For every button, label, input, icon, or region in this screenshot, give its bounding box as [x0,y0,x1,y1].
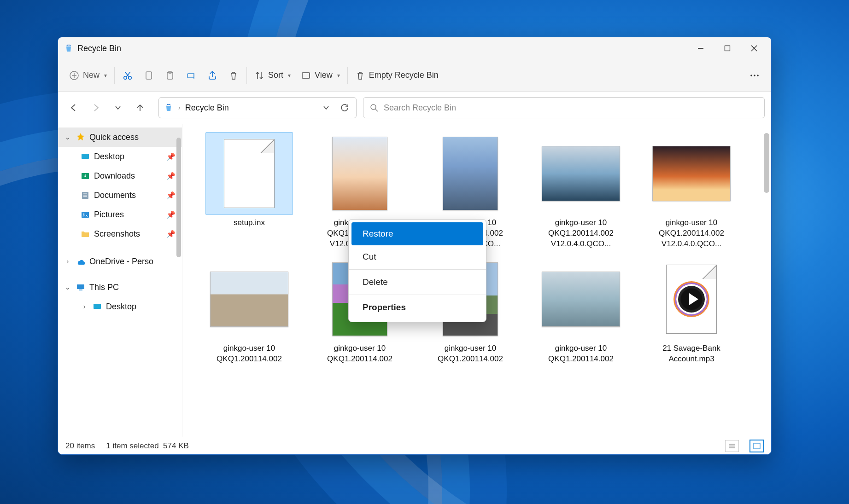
sidebar-item-label: OneDrive - Perso [89,257,153,266]
file-item[interactable]: setup.inx [205,132,293,249]
sort-label: Sort [268,70,283,80]
share-icon [207,70,218,81]
forward-button[interactable] [87,98,105,117]
search-box[interactable] [363,97,765,118]
copy-button[interactable] [139,65,159,86]
image-thumbnail [542,272,620,327]
sort-icon [254,70,264,81]
image-thumbnail [332,137,387,210]
svg-line-21 [375,109,378,111]
new-button[interactable]: New ▾ [64,65,111,86]
file-label: ginkgo-user 10 QKQ1.200114.002V12.0.4.0.… [648,218,735,249]
paste-button[interactable] [160,65,180,86]
view-button[interactable]: View ▾ [296,65,345,86]
sidebar-item-desktop[interactable]: Desktop 📌 [58,147,182,166]
rename-icon [186,70,196,81]
delete-button[interactable] [223,65,244,86]
sidebar-item-label: Quick access [89,133,139,142]
back-button[interactable] [64,98,83,117]
file-label: ginkgo-user 10 QKQ1.200114.002 [427,343,514,365]
titlebar[interactable]: Recycle Bin [58,37,771,59]
toolbar: New ▾ Sort ▾ View ▾ Empty Recycle Bin [58,59,771,92]
context-menu-delete[interactable]: Delete [351,271,483,294]
context-menu-cut[interactable]: Cut [351,245,483,268]
audio-file-icon [666,265,717,334]
sidebar-item-downloads[interactable]: Downloads 📌 [58,166,182,185]
sidebar-scrollbar-thumb[interactable] [176,138,181,257]
more-icon [749,70,760,81]
share-button[interactable] [202,65,222,86]
more-button[interactable] [744,65,765,86]
cut-button[interactable] [117,65,138,86]
address-bar[interactable]: › Recycle Bin [158,97,357,118]
sidebar-item-onedrive[interactable]: › OneDrive - Perso [58,252,182,271]
this-pc-icon [76,282,86,292]
rename-button[interactable] [181,65,201,86]
desktop-icon [80,151,90,162]
sidebar-item-label: Desktop [106,302,136,312]
toolbar-separator [114,67,115,84]
thumbnails-view-button[interactable] [750,440,764,452]
window-title: Recycle Bin [77,44,121,53]
empty-label: Empty Recycle Bin [369,70,439,80]
sidebar-item-quick-access[interactable]: ⌄ Quick access [58,127,182,147]
search-input[interactable] [384,103,758,113]
svg-rect-36 [754,443,760,449]
recent-locations-button[interactable] [109,98,127,117]
file-item[interactable]: ginkgo-user 10 QKQ1.200114.002V12.0.4.0.… [537,132,625,249]
minimize-button[interactable] [687,39,714,58]
file-label: ginkgo-user 10 QKQ1.200114.002V12.0.4.0.… [537,218,625,249]
context-menu-separator [349,295,486,295]
svg-rect-14 [187,74,194,78]
view-label: View [315,70,333,80]
empty-recycle-bin-button[interactable]: Empty Recycle Bin [351,65,443,86]
file-item[interactable]: 21 Savage-Bank Account.mp3 [648,258,735,365]
sidebar-item-label: Documents [94,191,136,200]
desktop-icon [92,301,102,312]
navigation-pane[interactable]: ⌄ Quick access Desktop 📌 Downloads 📌 Doc… [58,124,182,437]
star-icon [76,132,86,142]
breadcrumb[interactable]: Recycle Bin [185,103,229,113]
address-dropdown-button[interactable] [319,101,333,115]
file-label: 21 Savage-Bank Account.mp3 [648,343,735,365]
status-selection: 1 item selected [106,441,158,450]
trash-icon [228,70,239,81]
sidebar-item-label: Screenshots [94,229,140,239]
file-label: ginkgo-user 10 QKQ1.200114.002 [205,343,293,365]
svg-rect-16 [302,73,310,78]
view-icon [301,70,311,81]
chevron-right-icon: › [80,303,88,310]
close-button[interactable] [741,39,767,58]
sidebar-item-this-pc-desktop[interactable]: › Desktop [58,297,182,316]
status-item-count: 20 items [65,441,95,451]
sidebar-item-screenshots[interactable]: Screenshots 📌 [58,224,182,243]
navigation-row: › Recycle Bin [58,92,771,124]
status-size: 574 KB [163,441,189,450]
chevron-down-icon: ⌄ [64,133,72,141]
sort-button[interactable]: Sort ▾ [250,65,295,86]
file-item[interactable]: ginkgo-user 10 QKQ1.200114.002 [537,258,625,365]
context-menu-properties[interactable]: Properties [351,296,483,319]
sidebar-item-this-pc[interactable]: ⌄ This PC [58,278,182,297]
sidebar-item-label: Desktop [94,152,124,162]
svg-point-20 [371,104,376,110]
up-button[interactable] [131,98,149,117]
refresh-button[interactable] [338,101,351,115]
sidebar-item-documents[interactable]: Documents 📌 [58,185,182,205]
play-icon [676,284,707,314]
svg-rect-1 [725,46,730,51]
svg-point-18 [754,75,755,76]
image-thumbnail [443,137,498,210]
file-item[interactable]: ginkgo-user 10 QKQ1.200114.002V12.0.4.0.… [648,132,735,249]
file-item[interactable]: ginkgo-user 10 QKQ1.200114.002 [205,258,293,365]
details-view-button[interactable] [725,440,739,452]
sidebar-item-pictures[interactable]: Pictures 📌 [58,205,182,224]
context-menu-restore[interactable]: Restore [351,222,483,245]
content-scrollbar-thumb[interactable] [764,133,769,193]
plus-circle-icon [69,70,79,81]
svg-rect-11 [146,72,152,79]
pin-icon: 📌 [166,230,176,238]
scissors-icon [122,70,133,81]
maximize-button[interactable] [714,39,741,58]
nav-arrows [64,98,152,117]
